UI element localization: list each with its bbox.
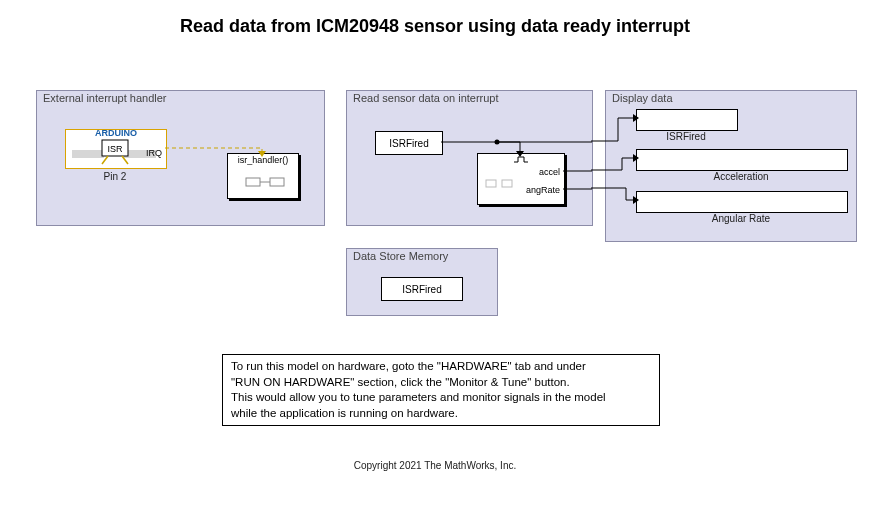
block-sensor-read[interactable]: accel angRate [477, 153, 565, 205]
note-line3: This would allow you to tune parameters … [231, 390, 651, 406]
subsystem-read-sensor[interactable]: Read sensor data on interrupt ISRFired a… [346, 90, 593, 226]
svg-rect-10 [502, 180, 512, 187]
isr-handler-label: isr_handler() [228, 156, 298, 166]
subsystem-dsm[interactable]: Data Store Memory ISRFired [346, 248, 498, 316]
svg-rect-9 [486, 180, 496, 187]
display-acceleration-label: Acceleration [636, 171, 846, 182]
subsystem-display[interactable]: Display data ISRFired Acceleration Angul… [605, 90, 857, 242]
copyright-text: Copyright 2021 The MathWorks, Inc. [0, 460, 870, 471]
note-line4: while the application is running on hard… [231, 406, 651, 422]
svg-rect-5 [246, 178, 260, 186]
subsystem-label: Display data [612, 90, 673, 104]
irq-port-label: IRQ [146, 148, 162, 158]
sensor-glyph [478, 154, 564, 204]
instruction-note: To run this model on hardware, goto the … [222, 354, 660, 426]
arduino-tag: ARDUINO [66, 128, 166, 138]
block-isrfired-source[interactable]: ISRFired [375, 131, 443, 155]
isr-tag: ISR [107, 144, 123, 154]
subsystem-label: External interrupt handler [43, 90, 167, 104]
display-acceleration[interactable] [636, 149, 848, 171]
display-angular-rate[interactable] [636, 191, 848, 213]
outport-angrate: angRate [526, 186, 560, 196]
block-data-store-memory[interactable]: ISRFired [381, 277, 463, 301]
note-line2: "RUN ON HARDWARE" section, click the "Mo… [231, 375, 651, 391]
pin-label: Pin 2 [65, 171, 165, 182]
display-angular-rate-label: Angular Rate [636, 213, 846, 224]
svg-rect-0 [72, 150, 104, 158]
display-isrfired[interactable] [636, 109, 738, 131]
block-arduino-interrupt[interactable]: ISR ARDUINO IRQ [65, 129, 167, 169]
note-line1: To run this model on hardware, goto the … [231, 359, 651, 375]
subsystem-external-interrupt[interactable]: External interrupt handler ISR ARDUINO I… [36, 90, 325, 226]
isr-handler-glyph [228, 170, 298, 196]
outport-accel: accel [539, 168, 560, 178]
subsystem-label: Data Store Memory [353, 248, 448, 262]
svg-rect-7 [270, 178, 284, 186]
display-isrfired-label: ISRFired [636, 131, 736, 142]
svg-point-12 [495, 140, 500, 145]
model-canvas: Read data from ICM20948 sensor using dat… [0, 0, 870, 518]
model-title: Read data from ICM20948 sensor using dat… [0, 16, 870, 37]
block-isr-handler[interactable]: isr_handler() [227, 153, 299, 199]
subsystem-label: Read sensor data on interrupt [353, 90, 499, 104]
